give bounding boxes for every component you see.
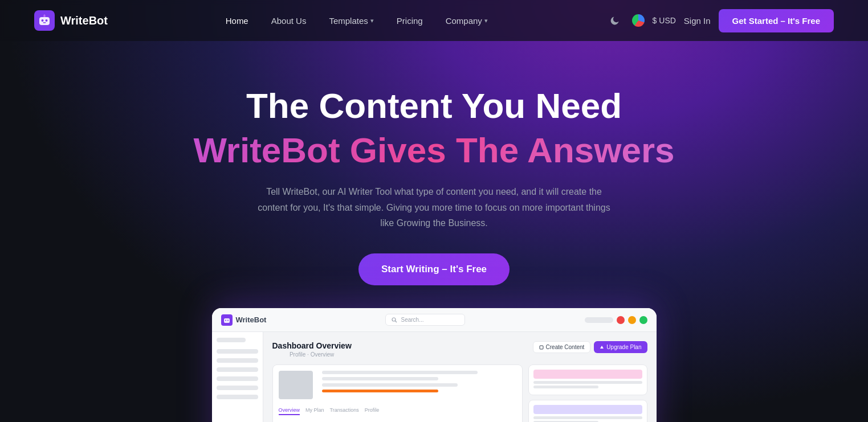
dash-main-card: Overview My Plan Transactions Profile — [272, 364, 523, 422]
card-content — [322, 371, 516, 403]
card-thumbnail — [279, 371, 313, 399]
chevron-down-icon: ▾ — [484, 17, 488, 24]
dark-mode-toggle[interactable] — [606, 11, 624, 30]
upgrade-icon — [600, 345, 604, 350]
logo-icon — [34, 10, 55, 31]
svg-rect-3 — [43, 22, 46, 23]
dash-side-cards — [528, 364, 647, 422]
sidebar-item — [217, 395, 258, 399]
nav-link-home[interactable]: Home — [217, 11, 258, 30]
sidebar-item — [217, 376, 258, 381]
close-circle-icon — [617, 316, 625, 324]
hero-subtitle: Tell WriteBot, our AI Writer Tool what t… — [252, 184, 617, 231]
progress-bar — [322, 390, 439, 392]
svg-rect-6 — [224, 318, 230, 323]
tab-overview[interactable]: Overview — [279, 407, 300, 415]
currency-selector[interactable]: $ USD — [653, 16, 676, 25]
sidebar-item — [217, 349, 258, 354]
svg-point-1 — [42, 19, 44, 22]
nav-link-templates[interactable]: Templates ▾ — [320, 11, 382, 30]
get-started-button[interactable]: Get Started – It's Free — [719, 9, 834, 32]
dash-logo-icon — [221, 314, 233, 326]
dash-title-block: Dashboard Overview Profile · Overview — [272, 341, 352, 358]
logo-area: WriteBot — [34, 10, 108, 31]
card-color-bar — [533, 405, 642, 414]
start-writing-button[interactable]: Start Writing – It's Free — [358, 253, 510, 285]
svg-line-10 — [396, 321, 397, 322]
hero-title-line1: The Content You Need — [11, 87, 857, 125]
chevron-down-icon: ▾ — [370, 17, 374, 24]
search-icon — [392, 317, 397, 323]
dash-search-bar[interactable]: Search... — [385, 314, 465, 326]
svg-point-7 — [225, 319, 226, 321]
nav-right: $ USD Sign In Get Started – It's Free — [606, 9, 834, 32]
dash-header-row: Dashboard Overview Profile · Overview Cr… — [272, 341, 647, 358]
nav-link-about[interactable]: About Us — [262, 11, 316, 30]
hero-section: The Content You Need WriteBot Gives The … — [0, 41, 868, 422]
svg-rect-0 — [39, 17, 50, 25]
language-globe-icon[interactable] — [632, 14, 645, 27]
logo-text: WriteBot — [60, 14, 108, 27]
upgrade-plan-btn[interactable]: Upgrade Plan — [594, 341, 647, 353]
dash-topbar: WriteBot Search... — [212, 308, 657, 332]
svg-rect-5 — [44, 14, 45, 17]
dash-action-btns: Create Content Upgrade Plan — [533, 341, 647, 353]
dash-placeholder-bar — [585, 317, 613, 323]
tab-transactions[interactable]: Transactions — [330, 407, 359, 415]
dash-tabs: Overview My Plan Transactions Profile — [279, 407, 516, 415]
tab-my-plan[interactable]: My Plan — [305, 407, 324, 415]
nav-link-pricing[interactable]: Pricing — [388, 11, 432, 30]
sidebar-item — [217, 386, 258, 390]
dash-logo: WriteBot — [221, 314, 267, 326]
sign-in-button[interactable]: Sign In — [684, 16, 711, 26]
dash-sidebar — [212, 332, 263, 422]
nav-links: Home About Us Templates ▾ Pricing Compan… — [217, 11, 497, 30]
tab-profile[interactable]: Profile — [365, 407, 380, 415]
create-content-btn[interactable]: Create Content — [533, 341, 591, 353]
sidebar-item — [217, 358, 258, 363]
sidebar-item — [217, 367, 258, 372]
dash-main-content: Dashboard Overview Profile · Overview Cr… — [263, 332, 657, 422]
hero-title-line2: WriteBot Gives The Answers — [11, 130, 857, 170]
dash-card-row: Overview My Plan Transactions Profile — [272, 364, 647, 422]
edit-icon — [539, 345, 544, 350]
dash-right-icons — [585, 316, 647, 324]
side-card-2 — [528, 400, 647, 422]
sidebar-item — [217, 338, 246, 342]
svg-point-2 — [46, 19, 48, 22]
card-color-bar — [533, 370, 642, 379]
dash-content: Dashboard Overview Profile · Overview Cr… — [212, 332, 657, 422]
svg-rect-11 — [540, 346, 543, 349]
maximize-circle-icon — [639, 316, 647, 324]
dashboard-preview: WriteBot Search... — [212, 308, 657, 422]
svg-point-9 — [392, 318, 396, 321]
minimize-circle-icon — [628, 316, 636, 324]
svg-point-8 — [227, 319, 229, 321]
navbar: WriteBot Home About Us Templates ▾ Prici… — [0, 0, 868, 41]
nav-link-company[interactable]: Company ▾ — [437, 11, 497, 30]
side-card-1 — [528, 364, 647, 395]
